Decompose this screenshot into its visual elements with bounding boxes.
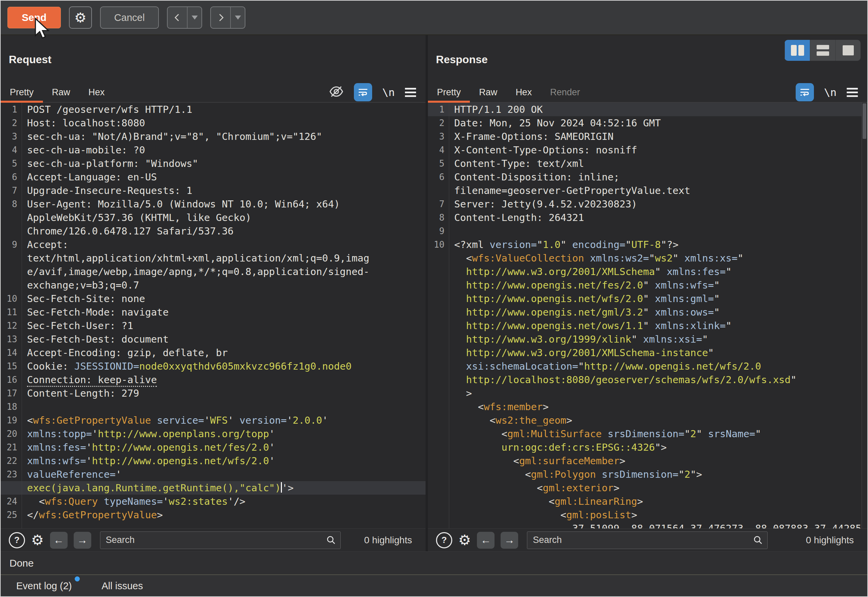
help-icon[interactable]: ? [9,532,25,548]
panel-splitter[interactable] [425,35,428,551]
line-number [428,481,449,495]
response-search-input[interactable] [527,532,768,549]
line-number: 9 [428,224,449,238]
code-line: 18 [1,400,425,414]
line-number: 6 [1,170,22,184]
request-search-input[interactable] [100,532,341,549]
code-line: 4sec-ch-ua-mobile: ?0 [1,143,425,157]
request-tabbar: PrettyRawHex [1,82,425,103]
line-number [428,441,449,454]
code-line: 1HTTP/1.1 200 OK [428,103,867,116]
tab-hex[interactable]: Hex [79,82,114,102]
cancel-button[interactable]: Cancel [100,6,159,29]
line-number: 1 [1,103,22,116]
forward-chevron-icon[interactable] [211,7,231,28]
gear-icon[interactable]: ⚙ [69,6,92,29]
code-line: filename=geoserver-GetPropertyValue.text [428,184,867,197]
line-number: 11 [1,306,22,319]
repeater-window: Send ⚙ Cancel Request PrettyRawHe [0,0,868,597]
next-match-icon[interactable]: → [501,532,518,549]
code-text: http://www.w3.org/1999/xlink" xmlns:xsi=… [449,333,708,346]
code-text: filename=geoserver-GetPropertyValue.text [449,184,690,197]
forward-dropdown-caret-icon[interactable] [231,7,245,28]
line-number [1,265,22,278]
tab-raw[interactable]: Raw [43,82,79,102]
menu-icon[interactable] [405,88,416,97]
code-line: <gml:exterior> [428,481,867,495]
code-text: Sec-Fetch-Dest: document [22,333,169,346]
tab-render[interactable]: Render [541,82,589,102]
help-icon[interactable]: ? [436,532,452,548]
code-line: 4X-Content-Type-Options: nosniff [428,143,867,157]
code-text: > [449,386,472,400]
line-number [1,211,22,224]
response-scrollbar[interactable] [862,103,867,529]
newline-icon[interactable]: \n [824,86,837,98]
line-number [428,319,449,333]
code-text: Content-Type: text/xml [449,157,584,170]
code-line: <gml:LinearRing> [428,495,867,508]
code-text: <wfs:Query typeNames='ws2:states'/> [22,495,245,508]
line-number [428,508,449,522]
code-line: exchange;v=b3;q=0.7 [1,278,425,292]
code-text: HTTP/1.1 200 OK [449,103,543,116]
request-tab-icons: \n [329,82,425,102]
search-settings-gear-icon[interactable]: ⚙ [458,533,471,547]
back-chevron-icon[interactable] [168,7,187,28]
code-text: Connection: keep-alive [22,373,157,386]
line-number: 2 [1,116,22,130]
line-number [1,251,22,265]
code-text [22,400,27,414]
code-text: <wfs:member> [449,400,548,414]
back-button-group[interactable] [167,6,202,29]
response-editor[interactable]: 1HTTP/1.1 200 OK2Date: Mon, 25 Nov 2024 … [428,103,867,529]
request-editor[interactable]: 1POST /geoserver/wfs HTTP/1.12Host: loca… [1,103,425,529]
previous-match-icon[interactable]: ← [477,532,495,549]
line-number: 5 [428,157,449,170]
code-text: xsi:schemaLocation="http://www.opengis.n… [449,359,761,373]
word-wrap-icon[interactable] [354,83,372,101]
line-number: 3 [1,130,22,143]
code-text: Sec-Fetch-User: ?1 [22,319,133,333]
scrollbar-thumb[interactable] [863,103,866,139]
line-number: 21 [1,441,22,454]
code-line: 16Connection: keep-alive [1,373,425,386]
code-text: Sec-Fetch-Mode: navigate [22,306,169,319]
code-text: http://www.w3.org/2001/XMLSchema" xmlns:… [449,265,732,278]
back-dropdown-caret-icon[interactable] [187,7,201,28]
code-line: 21xmlns:fes='http://www.opengis.net/fes/… [1,441,425,454]
previous-match-icon[interactable]: ← [50,532,68,549]
menu-icon[interactable] [847,88,858,97]
event-log-tab[interactable]: Event log (2) [16,581,72,592]
code-text: X-Content-Type-Options: nosniff [449,143,637,157]
line-number: 24 [1,495,22,508]
line-number [1,224,22,238]
line-number [428,346,449,359]
tab-hex[interactable]: Hex [506,82,541,102]
newline-icon[interactable]: \n [382,86,395,98]
hide-empty-fields-icon[interactable] [329,85,344,100]
line-number: 20 [1,427,22,441]
line-number: 6 [428,170,449,184]
code-text: exchange;v=b3;q=0.7 [22,278,139,292]
tab-pretty[interactable]: Pretty [1,82,43,102]
code-line: Chrome/126.0.6478.127 Safari/537.36 [1,224,425,238]
line-number [428,184,449,197]
line-number: 9 [1,238,22,251]
line-number: 8 [428,211,449,224]
next-match-icon[interactable]: → [74,532,91,549]
code-line: e/avif,image/webp,image/apng,*/*;q=0.8,a… [1,265,425,278]
line-number [428,251,449,265]
code-text: Sec-Fetch-Site: none [22,292,145,306]
request-header: Request PrettyRawHex [1,35,425,103]
forward-button-group[interactable] [210,6,245,29]
code-line: 22xmlns:wfs='http://www.opengis.net/wfs/… [1,454,425,468]
tab-pretty[interactable]: Pretty [428,82,470,102]
search-settings-gear-icon[interactable]: ⚙ [31,533,44,547]
all-issues-tab[interactable]: All issues [101,581,143,592]
tab-raw[interactable]: Raw [470,82,506,102]
word-wrap-icon[interactable] [796,83,814,101]
code-line: http://www.opengis.net/ows/1.1" xmlns:xl… [428,319,867,333]
code-text: User-Agent: Mozilla/5.0 (Windows NT 10.0… [22,197,340,211]
code-text: Accept: [22,238,68,251]
